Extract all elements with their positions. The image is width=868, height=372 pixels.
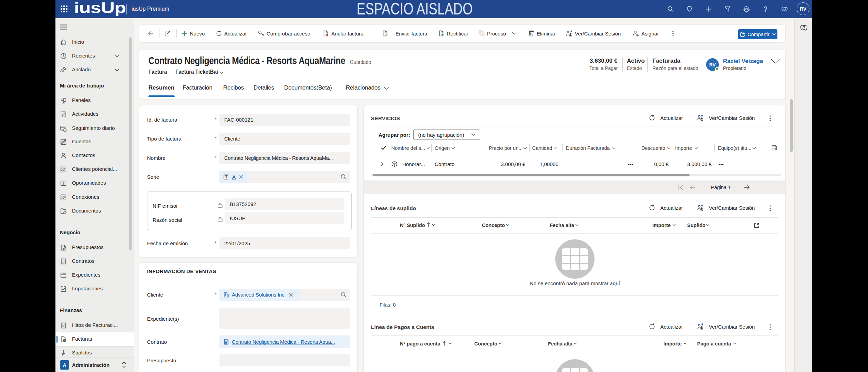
- svg-text:€: €: [226, 177, 227, 179]
